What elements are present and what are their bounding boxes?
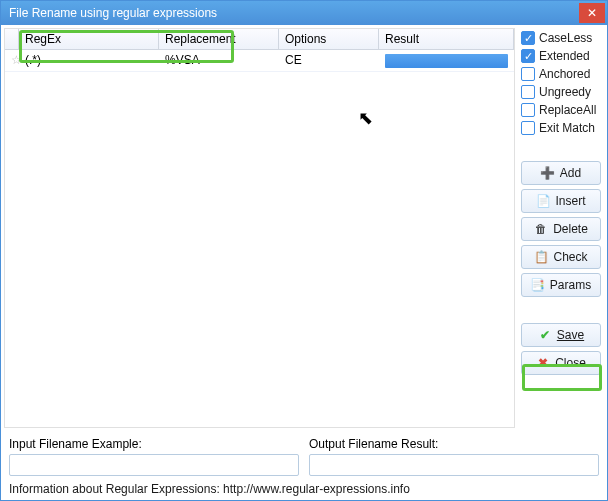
row-star-icon: ☆ <box>5 50 19 71</box>
params-button[interactable]: 📑Params <box>521 273 601 297</box>
close-button[interactable]: ✖Close <box>521 351 601 375</box>
checkbox-label: Anchored <box>539 67 590 81</box>
check-icon: 📋 <box>534 250 548 264</box>
checkbox-extended[interactable]: Extended <box>521 49 601 63</box>
window-close-button[interactable]: ✕ <box>579 3 605 23</box>
delete-button[interactable]: 🗑Delete <box>521 217 601 241</box>
button-label: Check <box>553 250 587 264</box>
button-label: Close <box>555 356 586 370</box>
info-link[interactable]: Information about Regular Expressions: h… <box>9 482 599 496</box>
checkbox-anchored[interactable]: Anchored <box>521 67 601 81</box>
cell-replacement[interactable]: %VSA <box>159 50 279 71</box>
grid-header: RegEx Replacement Options Result <box>5 29 514 50</box>
add-button[interactable]: ➕Add <box>521 161 601 185</box>
checkbox-ungreedy[interactable]: Ungreedy <box>521 85 601 99</box>
button-label: Params <box>550 278 591 292</box>
checkbox-label: Ungreedy <box>539 85 591 99</box>
checkbox-exitmatch[interactable]: Exit Match <box>521 121 601 135</box>
cell-options[interactable]: CE <box>279 50 379 71</box>
window-title: File Rename using regular expressions <box>9 6 217 20</box>
checkbox-icon <box>521 67 535 81</box>
grid-header-replacement[interactable]: Replacement <box>159 29 279 49</box>
checkbox-caseless[interactable]: CaseLess <box>521 31 601 45</box>
insert-button[interactable]: 📄Insert <box>521 189 601 213</box>
regex-grid: RegEx Replacement Options Result ☆ (.*) … <box>4 28 515 428</box>
insert-icon: 📄 <box>536 194 550 208</box>
button-label: Add <box>560 166 581 180</box>
checkbox-icon <box>521 31 535 45</box>
output-filename-label: Output Filename Result: <box>309 437 599 451</box>
grid-header-star <box>5 29 19 49</box>
button-label: Insert <box>555 194 585 208</box>
checkbox-label: Extended <box>539 49 590 63</box>
delete-icon: 🗑 <box>534 222 548 236</box>
button-label: Save <box>557 328 584 342</box>
checkbox-icon <box>521 103 535 117</box>
grid-header-result[interactable]: Result <box>379 29 514 49</box>
button-label: Delete <box>553 222 588 236</box>
cell-result <box>379 50 514 71</box>
checkbox-icon <box>521 121 535 135</box>
result-bar <box>385 54 508 68</box>
close-icon: ✕ <box>587 6 597 20</box>
x-icon: ✖ <box>536 356 550 370</box>
grid-header-regex[interactable]: RegEx <box>19 29 159 49</box>
checkbox-label: CaseLess <box>539 31 592 45</box>
input-filename-label: Input Filename Example: <box>9 437 299 451</box>
save-button[interactable]: ✔Save <box>521 323 601 347</box>
checkbox-label: ReplaceAll <box>539 103 596 117</box>
checkbox-icon <box>521 85 535 99</box>
grid-row[interactable]: ☆ (.*) %VSA CE <box>5 50 514 72</box>
output-filename-field[interactable] <box>309 454 599 476</box>
add-icon: ➕ <box>541 166 555 180</box>
checkbox-label: Exit Match <box>539 121 595 135</box>
grid-header-options[interactable]: Options <box>279 29 379 49</box>
right-panel: CaseLess Extended Anchored Ungreedy Repl… <box>518 28 604 428</box>
input-filename-field[interactable] <box>9 454 299 476</box>
check-button[interactable]: 📋Check <box>521 245 601 269</box>
params-icon: 📑 <box>531 278 545 292</box>
checkbox-replaceall[interactable]: ReplaceAll <box>521 103 601 117</box>
checkmark-icon: ✔ <box>538 328 552 342</box>
title-bar: File Rename using regular expressions ✕ <box>1 1 607 25</box>
cell-regex[interactable]: (.*) <box>19 50 159 71</box>
bottom-panel: Input Filename Example: Output Filename … <box>1 431 607 500</box>
main-area: RegEx Replacement Options Result ☆ (.*) … <box>1 25 607 431</box>
checkbox-icon <box>521 49 535 63</box>
